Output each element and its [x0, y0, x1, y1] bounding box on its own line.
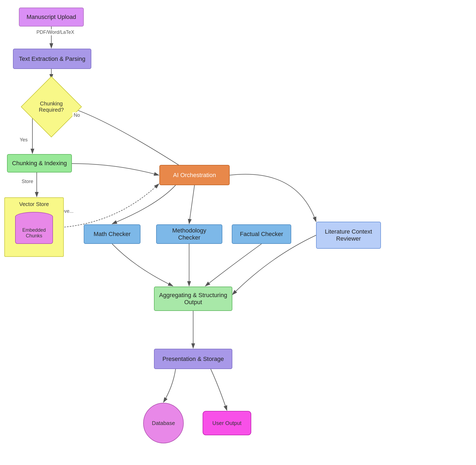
chunking-indexing-node: Chunking & Indexing	[7, 154, 72, 172]
svg-line-6	[189, 185, 195, 224]
math-checker-node: Math Checker	[84, 224, 140, 244]
methodology-checker-node: Methodology Checker	[156, 224, 222, 244]
manuscript-upload-node: Manuscript Upload	[19, 8, 84, 26]
aggregating-output-node: Aggregating & Structuring Output	[154, 287, 232, 311]
flowchart-canvas: Manuscript Upload PDF/Word/LaTeX Text Ex…	[0, 0, 476, 465]
presentation-storage-node: Presentation & Storage	[154, 349, 232, 369]
factual-checker-node: Factual Checker	[232, 224, 291, 244]
vector-store-label: Vector Store	[19, 201, 49, 207]
store-label: Store	[20, 178, 35, 185]
yes-label: Yes	[18, 137, 29, 143]
text-extraction-node: Text Extraction & Parsing	[13, 49, 91, 69]
pdf-label: PDF/Word/LaTeX	[35, 29, 76, 35]
chunking-required-diamond: Chunking Required?	[24, 80, 78, 134]
vector-store-box: Vector Store Embedded Chunks	[4, 197, 64, 257]
ai-orchestration-node: AI Orchestration	[159, 165, 230, 185]
embedded-chunks-cylinder: Embedded Chunks	[15, 211, 53, 247]
literature-reviewer-node: Literature Context Reviewer	[316, 222, 381, 249]
database-node: Database	[143, 403, 184, 443]
user-output-node: User Output	[203, 411, 251, 435]
